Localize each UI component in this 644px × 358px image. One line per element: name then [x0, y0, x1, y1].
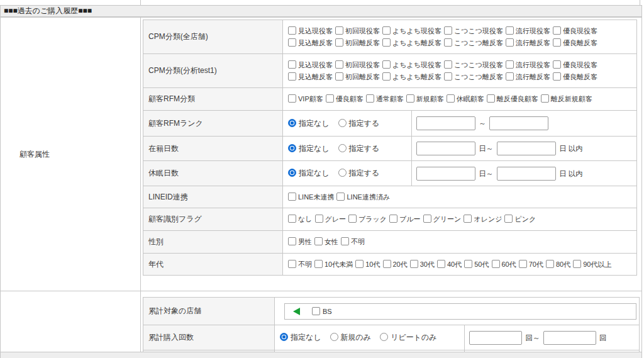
checkbox-option[interactable]: 50代 [464, 259, 489, 271]
radio-icon[interactable] [280, 333, 288, 341]
checkbox-icon[interactable] [312, 307, 320, 315]
checkbox-option[interactable]: 優良現役客 [553, 25, 597, 37]
checkbox-icon[interactable] [553, 72, 561, 81]
checkbox-option[interactable]: 不明 [288, 259, 312, 271]
checkbox-option[interactable]: ピンク [504, 213, 536, 225]
checkbox-icon[interactable] [336, 193, 345, 201]
checkbox-icon[interactable] [447, 94, 455, 103]
checkbox-icon[interactable] [288, 26, 296, 35]
checkbox-icon[interactable] [406, 94, 414, 103]
checkbox-option[interactable]: 10代 [355, 259, 380, 271]
checkbox-option[interactable]: 80代 [546, 259, 570, 271]
checkbox-icon[interactable] [383, 260, 391, 268]
checkbox-icon[interactable] [437, 260, 445, 268]
checkbox-icon[interactable] [389, 215, 397, 223]
radio-option[interactable]: 新規のみ [330, 332, 372, 343]
checkbox-option[interactable]: 通常顧客 [366, 93, 404, 105]
collapse-left-triangle-icon[interactable] [293, 308, 300, 315]
checkbox-icon[interactable] [288, 215, 296, 223]
checkbox-icon[interactable] [423, 215, 431, 223]
checkbox-icon[interactable] [410, 260, 418, 268]
checkbox-icon[interactable] [382, 72, 391, 81]
checkbox-icon[interactable] [288, 237, 296, 245]
checkbox-option[interactable]: オレンジ [464, 213, 502, 225]
checkbox-icon[interactable] [335, 72, 343, 81]
checkbox-option[interactable]: 初回現役客 [335, 25, 380, 37]
checkbox-option[interactable]: ブラック [348, 213, 387, 225]
checkbox-option[interactable]: よちよち離反客 [382, 37, 441, 49]
checkbox-icon[interactable] [444, 38, 452, 47]
rfm-rank-min-input[interactable] [416, 116, 475, 130]
checkbox-option[interactable]: 初回現役客 [335, 59, 380, 71]
checkbox-icon[interactable] [335, 26, 343, 35]
checkbox-option[interactable]: 見込現役客 [288, 25, 333, 37]
checkbox-icon[interactable] [519, 260, 527, 268]
checkbox-icon[interactable] [444, 72, 452, 81]
checkbox-icon[interactable] [546, 260, 554, 268]
checkbox-icon[interactable] [288, 260, 296, 268]
checkbox-option[interactable]: 新規顧客 [406, 93, 444, 105]
checkbox-option[interactable]: 10代未満 [314, 259, 353, 271]
checkbox-option[interactable]: 休眠顧客 [447, 93, 484, 105]
checkbox-option[interactable]: 離反新規顧客 [541, 93, 592, 105]
checkbox-option[interactable]: こつこつ現役客 [444, 59, 503, 71]
checkbox-option[interactable]: こつこつ離反客 [444, 37, 503, 49]
checkbox-option[interactable]: よちよち現役客 [382, 59, 441, 71]
checkbox-option[interactable]: 優良現役客 [553, 59, 597, 71]
checkbox-option[interactable]: 見込離反客 [288, 37, 333, 49]
checkbox-icon[interactable] [314, 237, 323, 245]
checkbox-icon[interactable] [506, 38, 514, 47]
checkbox-option[interactable]: 流行現役客 [506, 59, 550, 71]
radio-icon[interactable] [288, 169, 296, 177]
checkbox-icon[interactable] [335, 60, 343, 69]
rfm-rank-max-input[interactable] [489, 116, 548, 130]
checkbox-icon[interactable] [541, 94, 549, 103]
checkbox-option[interactable]: LINE連携済み [336, 191, 390, 203]
checkbox-icon[interactable] [288, 38, 296, 47]
checkbox-icon[interactable] [341, 237, 349, 245]
radio-icon[interactable] [338, 119, 347, 127]
checkbox-icon[interactable] [382, 26, 391, 35]
checkbox-icon[interactable] [315, 215, 323, 223]
checkbox-icon[interactable] [553, 38, 561, 47]
checkbox-option[interactable]: 30代 [410, 259, 435, 271]
checkbox-option[interactable]: 40代 [437, 259, 462, 271]
checkbox-option[interactable]: VIP顧客 [288, 93, 323, 105]
checkbox-option[interactable]: 離反優良顧客 [487, 93, 538, 105]
radio-icon[interactable] [288, 119, 296, 127]
radio-option[interactable]: 指定なし [288, 168, 330, 179]
checkbox-option[interactable]: 不明 [341, 236, 365, 248]
dormant-days-min-input[interactable] [416, 167, 475, 181]
purchase-count-max-input[interactable] [543, 331, 596, 345]
checkbox-icon[interactable] [366, 94, 374, 103]
checkbox-icon[interactable] [348, 215, 357, 223]
checkbox-option[interactable]: 優良顧客 [326, 93, 364, 105]
checkbox-option[interactable]: こつこつ現役客 [444, 25, 503, 37]
checkbox-option[interactable]: よちよち離反客 [382, 71, 441, 83]
checkbox-option[interactable]: 流行離反客 [506, 37, 550, 49]
checkbox-icon[interactable] [492, 260, 500, 268]
checkbox-option[interactable]: 初回離反客 [335, 71, 380, 83]
checkbox-option[interactable]: グレー [315, 213, 347, 225]
radio-option[interactable]: リピートのみ [380, 332, 436, 343]
checkbox-icon[interactable] [382, 60, 391, 69]
checkbox-icon[interactable] [464, 215, 472, 223]
checkbox-icon[interactable] [444, 26, 452, 35]
radio-option[interactable]: 指定なし [288, 143, 330, 154]
checkbox-option[interactable]: 60代 [492, 259, 516, 271]
checkbox-icon[interactable] [335, 38, 343, 47]
dormant-days-max-input[interactable] [497, 167, 556, 181]
checkbox-option[interactable]: 90代以上 [573, 259, 611, 271]
checkbox-icon[interactable] [487, 94, 495, 103]
checkbox-option[interactable]: グリーン [423, 213, 462, 225]
radio-icon[interactable] [380, 333, 388, 341]
checkbox-icon[interactable] [506, 26, 514, 35]
checkbox-icon[interactable] [288, 94, 296, 103]
radio-icon[interactable] [330, 333, 338, 341]
checkbox-option[interactable]: 男性 [288, 236, 312, 248]
enrolled-days-max-input[interactable] [497, 142, 556, 155]
checkbox-icon[interactable] [504, 215, 513, 223]
radio-option[interactable]: 指定する [338, 143, 380, 154]
checkbox-option[interactable]: 70代 [519, 259, 543, 271]
checkbox-option[interactable]: 初回離反客 [335, 37, 380, 49]
